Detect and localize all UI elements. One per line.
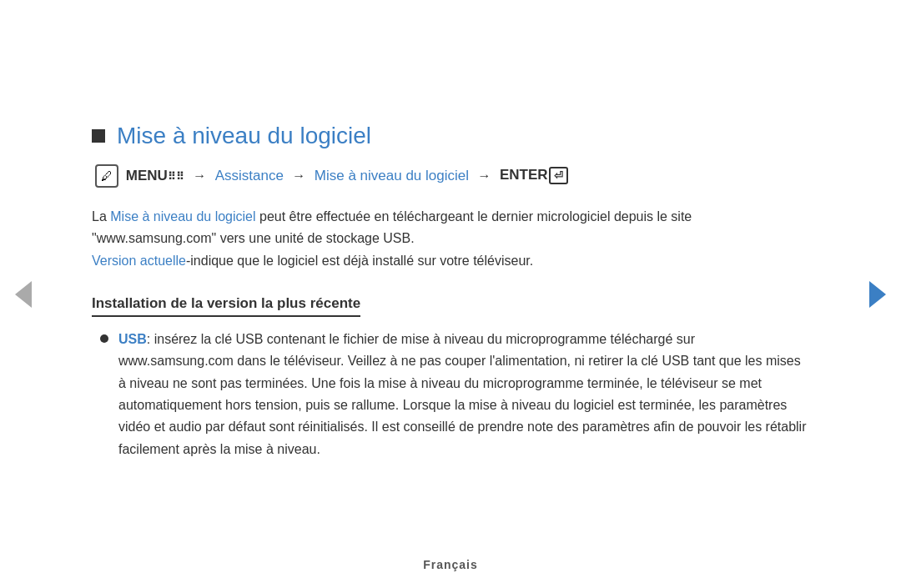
breadcrumb-assistance: Assistance bbox=[215, 168, 284, 184]
section-heading: Installation de la version la plus récen… bbox=[92, 280, 809, 329]
breadcrumb-sep-1: → bbox=[189, 168, 210, 183]
page-container: Mise à niveau du logiciel 🖊 MENU⠿⠿ → Ass… bbox=[0, 0, 901, 588]
footer-label: Français bbox=[423, 558, 478, 571]
section-heading-text: Installation de la version la plus récen… bbox=[92, 295, 360, 317]
list-item: USB: insérez la clé USB contenant le fic… bbox=[100, 329, 809, 460]
breadcrumb-enter: ENTER⏎ bbox=[500, 167, 568, 184]
usb-text: : insérez la clé USB contenant le fichie… bbox=[118, 332, 806, 456]
usb-label: USB bbox=[118, 332, 147, 346]
title-square-icon bbox=[92, 129, 105, 143]
right-arrow-button[interactable] bbox=[869, 281, 886, 308]
breadcrumb-sep-2: → bbox=[289, 168, 310, 183]
description-paragraph: La Mise à niveau du logiciel peut être e… bbox=[92, 206, 809, 272]
enter-icon: ⏎ bbox=[549, 167, 568, 184]
title-row: Mise à niveau du logiciel bbox=[92, 123, 809, 149]
list-item-text: USB: insérez la clé USB contenant le fic… bbox=[118, 329, 809, 460]
desc-part3: -indique que le logiciel est déjà instal… bbox=[186, 254, 533, 268]
content-area: Mise à niveau du logiciel 🖊 MENU⠿⠿ → Ass… bbox=[92, 89, 809, 500]
breadcrumb-menu-label: MENU⠿⠿ bbox=[122, 168, 184, 184]
menu-icon-box: 🖊 bbox=[95, 164, 118, 188]
footer: Français bbox=[0, 558, 901, 571]
breadcrumb-sep-3: → bbox=[474, 168, 495, 183]
bullet-dot-icon bbox=[100, 334, 108, 343]
desc-highlight1: Mise à niveau du logiciel bbox=[110, 209, 255, 224]
breadcrumb-logiciel: Mise à niveau du logiciel bbox=[315, 168, 469, 184]
breadcrumb: 🖊 MENU⠿⠿ → Assistance → Mise à niveau du… bbox=[92, 164, 809, 188]
menu-icon: 🖊 bbox=[95, 164, 118, 188]
left-arrow-button[interactable] bbox=[15, 281, 32, 308]
page-title: Mise à niveau du logiciel bbox=[117, 123, 371, 149]
desc-highlight2: Version actuelle bbox=[92, 254, 186, 268]
hand-icon: 🖊 bbox=[101, 169, 113, 183]
bullet-list: USB: insérez la clé USB contenant le fic… bbox=[92, 329, 809, 460]
desc-part1: La bbox=[92, 209, 110, 224]
